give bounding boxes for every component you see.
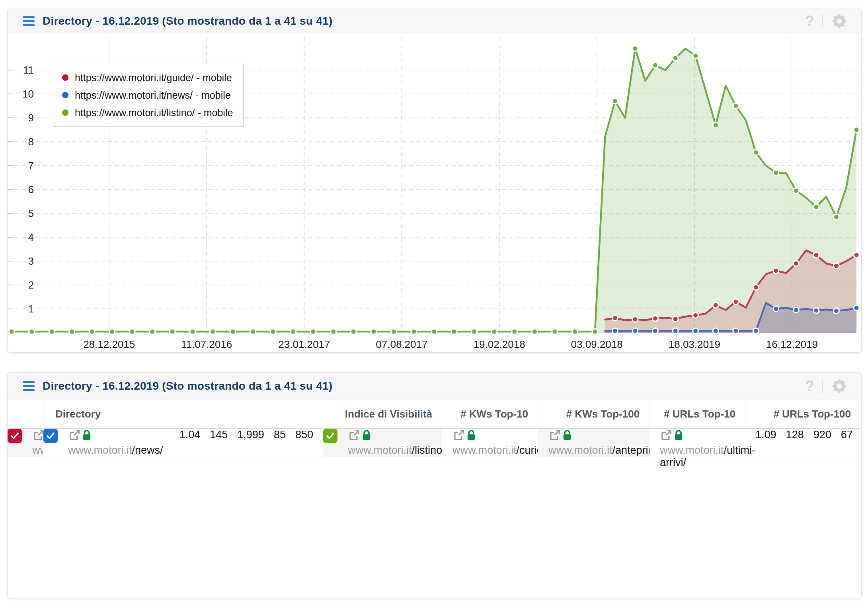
column-header-urls-top100[interactable]: # URLs Top-100	[745, 400, 860, 429]
directory-link[interactable]: www.motori.it/anteprime/	[548, 444, 666, 456]
column-header-visibility[interactable]: Indice di Visibilità	[323, 400, 442, 429]
legend-item[interactable]: https://www.motori.it/listino/ - mobile	[62, 104, 233, 121]
column-header-kws-top100[interactable]: # KWs Top-100	[538, 400, 650, 429]
data-point-marker[interactable]	[210, 329, 215, 334]
series-checkbox[interactable]	[43, 429, 58, 443]
gear-icon[interactable]	[831, 378, 848, 394]
data-point-marker[interactable]	[693, 53, 698, 59]
data-point-marker[interactable]	[773, 306, 779, 312]
data-point-marker[interactable]	[833, 214, 839, 220]
data-point-marker[interactable]	[451, 329, 457, 334]
data-point-marker[interactable]	[854, 127, 859, 133]
data-point-marker[interactable]	[773, 268, 779, 273]
data-point-marker[interactable]	[733, 299, 739, 304]
data-point-marker[interactable]	[653, 328, 658, 334]
data-point-marker[interactable]	[552, 329, 558, 334]
column-header-kws-top10[interactable]: # KWs Top-10	[442, 400, 538, 429]
data-point-marker[interactable]	[693, 328, 698, 334]
data-point-marker[interactable]	[793, 307, 799, 313]
data-point-marker[interactable]	[331, 329, 336, 334]
data-point-marker[interactable]	[351, 329, 356, 334]
data-point-marker[interactable]	[854, 252, 859, 258]
data-point-marker[interactable]	[653, 62, 658, 68]
legend-item[interactable]: https://www.motori.it/guide/ - mobile	[62, 69, 233, 86]
data-point-marker[interactable]	[411, 329, 417, 334]
data-point-marker[interactable]	[190, 329, 195, 334]
data-point-marker[interactable]	[833, 308, 839, 314]
column-header-directory[interactable]: Directory	[43, 400, 323, 429]
data-point-marker[interactable]	[753, 328, 759, 334]
external-link-icon[interactable]	[348, 429, 361, 441]
data-point-marker[interactable]	[733, 328, 739, 334]
data-point-marker[interactable]	[673, 316, 678, 322]
data-point-marker[interactable]	[793, 188, 799, 193]
data-point-marker[interactable]	[371, 329, 376, 334]
external-link-icon[interactable]	[660, 429, 673, 441]
data-point-marker[interactable]	[29, 329, 35, 334]
gear-icon[interactable]	[831, 13, 848, 29]
data-point-marker[interactable]	[109, 329, 115, 334]
data-point-marker[interactable]	[492, 329, 497, 334]
data-point-marker[interactable]	[693, 312, 698, 318]
data-point-marker[interactable]	[753, 285, 759, 290]
data-point-marker[interactable]	[612, 315, 618, 321]
directory-cell: www.motori.it/ultimi-arrivi/	[650, 429, 755, 457]
series-checkbox[interactable]	[323, 429, 337, 443]
data-point-marker[interactable]	[391, 329, 396, 334]
data-point-marker[interactable]	[612, 98, 618, 104]
data-point-marker[interactable]	[673, 55, 678, 61]
data-point-marker[interactable]	[472, 329, 477, 334]
directory-link[interactable]: www.motori.it/news/	[68, 444, 163, 456]
data-point-marker[interactable]	[753, 150, 759, 155]
external-link-icon[interactable]	[68, 429, 81, 441]
y-tick-label: 9	[28, 112, 34, 124]
data-point-marker[interactable]	[250, 329, 256, 334]
directory-link[interactable]: www.motori.it/ultimi-arrivi/	[660, 444, 755, 468]
y-tick-label: 3	[28, 255, 34, 267]
data-point-marker[interactable]	[773, 170, 779, 176]
menu-icon[interactable]	[23, 16, 35, 26]
data-point-marker[interactable]	[713, 328, 718, 334]
data-point-marker[interactable]	[653, 316, 658, 321]
directory-link[interactable]: www.motori.it/listino/	[348, 444, 445, 456]
data-point-marker[interactable]	[833, 263, 839, 269]
help-icon[interactable]: ?	[805, 14, 814, 29]
data-point-marker[interactable]	[150, 329, 155, 334]
external-link-icon[interactable]	[548, 429, 561, 441]
data-point-marker[interactable]	[291, 329, 296, 334]
legend-item[interactable]: https://www.motori.it/news/ - mobile	[62, 86, 233, 104]
data-point-marker[interactable]	[69, 329, 75, 334]
data-point-marker[interactable]	[632, 328, 638, 334]
data-point-marker[interactable]	[89, 329, 95, 334]
data-point-marker[interactable]	[230, 329, 236, 334]
data-point-marker[interactable]	[813, 308, 819, 313]
data-point-marker[interactable]	[612, 328, 618, 334]
data-point-marker[interactable]	[673, 328, 678, 334]
data-point-marker[interactable]	[713, 122, 718, 128]
series-checkbox[interactable]	[8, 429, 22, 443]
data-point-marker[interactable]	[793, 261, 799, 266]
data-point-marker[interactable]	[632, 316, 638, 322]
data-point-marker[interactable]	[270, 329, 276, 334]
data-point-marker[interactable]	[49, 329, 55, 334]
data-point-marker[interactable]	[512, 329, 517, 334]
data-point-marker[interactable]	[310, 329, 316, 334]
menu-icon[interactable]	[23, 381, 35, 391]
data-point-marker[interactable]	[713, 302, 718, 308]
x-tick-label: 18.03.2019	[669, 338, 720, 350]
data-point-marker[interactable]	[813, 252, 819, 258]
data-point-marker[interactable]	[632, 46, 638, 51]
column-header-urls-top10[interactable]: # URLs Top-10	[650, 400, 745, 429]
external-link-icon[interactable]	[453, 429, 465, 441]
help-icon[interactable]: ?	[805, 379, 814, 394]
data-point-marker[interactable]	[813, 204, 819, 210]
data-point-marker[interactable]	[592, 329, 598, 334]
data-point-marker[interactable]	[572, 329, 577, 334]
data-point-marker[interactable]	[431, 329, 437, 334]
data-point-marker[interactable]	[9, 329, 14, 334]
data-point-marker[interactable]	[854, 305, 859, 311]
data-point-marker[interactable]	[129, 329, 135, 334]
data-point-marker[interactable]	[733, 103, 739, 109]
data-point-marker[interactable]	[170, 329, 175, 334]
data-point-marker[interactable]	[532, 329, 537, 334]
